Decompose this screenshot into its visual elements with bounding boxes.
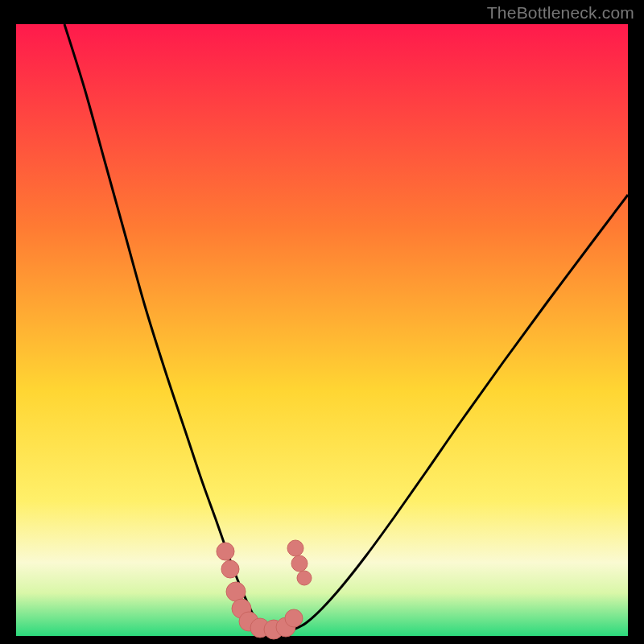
data-point bbox=[291, 555, 308, 572]
data-point bbox=[217, 543, 234, 560]
data-point bbox=[287, 540, 303, 556]
chart-stage: TheBottleneck.com bbox=[0, 0, 644, 644]
data-point bbox=[221, 560, 239, 578]
data-point bbox=[226, 582, 246, 601]
plot-area bbox=[16, 24, 628, 636]
data-point bbox=[297, 571, 312, 585]
watermark-text: TheBottleneck.com bbox=[487, 3, 634, 23]
data-point bbox=[285, 609, 303, 627]
bottleneck-chart bbox=[0, 0, 644, 644]
